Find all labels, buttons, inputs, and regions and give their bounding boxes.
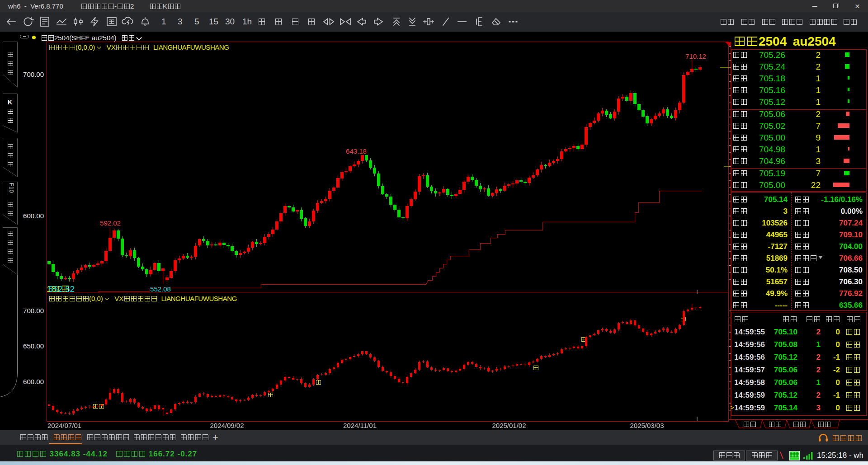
svg-text:643.18: 643.18	[346, 147, 367, 155]
svg-text:700.00: 700.00	[23, 307, 44, 315]
svg-text:2025/03/03: 2025/03/03	[630, 422, 664, 429]
svg-text:650.00: 650.00	[23, 342, 44, 350]
svg-text:710.12: 710.12	[685, 52, 706, 60]
svg-text:552.08: 552.08	[150, 285, 171, 293]
svg-text:2024/07/01: 2024/07/01	[47, 422, 81, 429]
svg-text:600.00: 600.00	[23, 212, 44, 220]
svg-text:2024/09/02: 2024/09/02	[210, 422, 244, 429]
svg-text:592.02: 592.02	[100, 219, 121, 227]
svg-text:2025/01/02: 2025/01/02	[492, 422, 526, 429]
svg-text:2024/11/01: 2024/11/01	[343, 422, 377, 429]
svg-text:700.00: 700.00	[23, 70, 44, 78]
svg-text:600.00: 600.00	[23, 378, 44, 385]
